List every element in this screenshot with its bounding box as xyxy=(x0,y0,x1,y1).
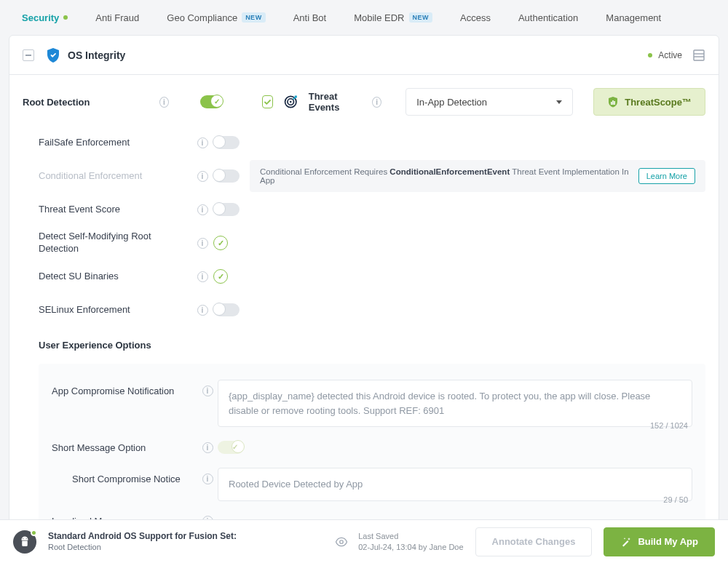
android-icon xyxy=(13,530,36,554)
score-label: Threat Event Score xyxy=(23,204,191,216)
selinux-label: SELinux Enforcement xyxy=(23,304,191,316)
threat-events-label: Threat Events xyxy=(309,91,362,113)
footer-bar: Standard Android OS Support for Fusion S… xyxy=(0,519,728,563)
failsafe-row: FailSafe Enforcement i xyxy=(23,126,705,159)
info-icon[interactable]: i xyxy=(197,271,208,282)
status-dot-icon xyxy=(63,15,68,20)
info-icon[interactable]: i xyxy=(202,474,213,484)
build-app-button[interactable]: Build My App xyxy=(604,527,715,556)
target-icon xyxy=(283,93,298,111)
tab-access[interactable]: Access xyxy=(460,12,491,23)
conditional-toggle[interactable] xyxy=(213,169,240,183)
root-detection-row: Root Detection i Threat Events i In-App … xyxy=(9,75,719,123)
tab-geo-compliance[interactable]: Geo ComplianceNEW xyxy=(167,12,265,23)
svg-rect-0 xyxy=(25,55,31,56)
short-option-toggle[interactable] xyxy=(218,441,244,454)
last-saved: Last Saved 02-Jul-24, 13:04 by Jane Doe xyxy=(335,531,463,552)
tab-authentication[interactable]: Authentication xyxy=(518,12,578,23)
status-dot-icon xyxy=(31,530,37,536)
su-label: Detect SU Binaries xyxy=(23,271,191,283)
info-icon[interactable]: i xyxy=(202,386,213,396)
root-detection-label: Root Detection xyxy=(23,97,149,108)
score-row: Threat Event Score i xyxy=(23,193,705,226)
active-dot-icon xyxy=(648,53,652,57)
top-nav: Security Anti Fraud Geo ComplianceNEW An… xyxy=(0,0,728,35)
threatscope-button[interactable]: ThreatScope™ xyxy=(593,88,705,116)
score-toggle[interactable] xyxy=(213,203,240,216)
short-notice-row: Short Compromise Notice i Rooted Device … xyxy=(52,462,692,507)
root-detection-toggle[interactable] xyxy=(200,95,223,108)
info-icon[interactable]: i xyxy=(202,442,213,453)
info-icon[interactable]: i xyxy=(197,238,208,249)
info-icon[interactable]: i xyxy=(197,204,208,215)
tab-anti-bot[interactable]: Anti Bot xyxy=(293,12,327,23)
panel-header: OS Integrity Active xyxy=(9,36,719,75)
su-row: Detect SU Binaries i xyxy=(23,260,705,293)
learn-more-button[interactable]: Learn More xyxy=(638,168,695,184)
short-notice-label: Short Compromise Notice xyxy=(52,468,197,484)
failsafe-label: FailSafe Enforcement xyxy=(23,137,191,149)
short-option-label: Short Message Option xyxy=(52,442,197,453)
threat-events-checkbox[interactable] xyxy=(262,95,274,108)
short-notice-textarea[interactable]: Rooted Device Detected by App xyxy=(218,468,692,501)
tab-management[interactable]: Management xyxy=(606,12,661,23)
conditional-row: Conditional Enforcement i Conditional En… xyxy=(23,159,705,193)
new-badge: NEW xyxy=(242,12,266,23)
tab-security[interactable]: Security xyxy=(22,12,68,23)
svg-point-6 xyxy=(290,101,292,103)
selfmod-row: Detect Self-Modifying Root Detection i xyxy=(23,226,705,260)
info-icon[interactable]: i xyxy=(197,305,208,316)
selinux-row: SELinux Enforcement i xyxy=(23,293,705,327)
info-icon[interactable]: i xyxy=(159,97,169,108)
tab-mobile-edr[interactable]: Mobile EDRNEW xyxy=(354,12,432,23)
ux-section-title: User Experience Options xyxy=(23,327,705,356)
collapse-icon[interactable] xyxy=(23,49,34,61)
settings-list: FailSafe Enforcement i Conditional Enfor… xyxy=(9,123,719,359)
ux-options: App Compromise Notification i {app_displ… xyxy=(39,364,705,546)
short-option-row: Short Message Option i xyxy=(52,433,692,462)
annotate-button[interactable]: Annotate Changes xyxy=(475,527,593,556)
svg-rect-1 xyxy=(694,50,704,60)
chart-shield-icon xyxy=(607,96,619,108)
svg-point-11 xyxy=(26,538,27,538)
shield-icon xyxy=(44,47,62,64)
su-check[interactable] xyxy=(213,269,228,284)
layout-icon[interactable] xyxy=(692,49,705,62)
tab-anti-fraud[interactable]: Anti Fraud xyxy=(95,12,139,23)
fusion-set-info: Standard Android OS Support for Fusion S… xyxy=(48,531,237,553)
info-icon[interactable]: i xyxy=(197,137,208,148)
notification-label: App Compromise Notification xyxy=(52,380,197,396)
char-counter: 29 / 50 xyxy=(663,495,688,504)
conditional-label: Conditional Enforcement xyxy=(23,170,191,183)
svg-rect-8 xyxy=(612,100,614,105)
info-icon[interactable]: i xyxy=(372,97,381,108)
notification-row: App Compromise Notification i {app_displ… xyxy=(52,374,692,433)
svg-point-12 xyxy=(340,540,344,543)
status-badge: Active xyxy=(648,50,682,60)
svg-rect-7 xyxy=(611,102,612,105)
char-counter: 152 / 1024 xyxy=(650,421,688,430)
svg-point-10 xyxy=(23,538,23,538)
new-badge: NEW xyxy=(409,12,433,23)
info-icon[interactable]: i xyxy=(197,171,208,182)
conditional-note: Conditional Enforcement Requires Conditi… xyxy=(250,160,705,192)
wand-icon xyxy=(620,536,632,548)
detection-mode-select[interactable]: In-App Detection xyxy=(405,88,573,116)
chevron-down-icon xyxy=(556,100,562,104)
os-integrity-panel: OS Integrity Active Root Detection i Thr… xyxy=(9,35,719,562)
selinux-toggle[interactable] xyxy=(213,303,240,316)
failsafe-toggle[interactable] xyxy=(213,136,240,149)
selfmod-check[interactable] xyxy=(213,236,228,250)
svg-rect-9 xyxy=(614,101,616,105)
notification-textarea[interactable]: {app_display_name} detected this Android… xyxy=(218,380,692,427)
selfmod-label: Detect Self-Modifying Root Detection xyxy=(23,231,191,255)
eye-icon xyxy=(335,535,348,548)
panel-title: OS Integrity xyxy=(68,49,125,61)
